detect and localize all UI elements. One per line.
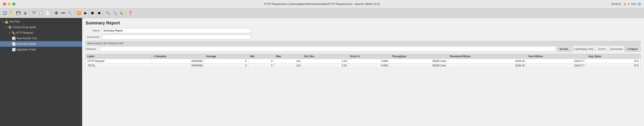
globe-icon: 🌐 [638, 3, 641, 6]
errors-checkbox-label[interactable]: Errors [595, 48, 606, 50]
name-input[interactable] [102, 28, 251, 33]
col-label: Label [86, 54, 152, 59]
results-table: Label # Samples Average Min Max Std. Dev… [86, 54, 640, 68]
chevron-down-icon: ▼ [2, 21, 4, 23]
col-samples: # Samples [152, 54, 204, 59]
start-no-pause-button[interactable]: ▶ [82, 10, 88, 16]
view-results-icon: 📊 [12, 37, 16, 40]
sidebar-item-label: Thread Group qps5k [12, 26, 36, 29]
content-area: Summary Report Name: Comments: Write res… [82, 18, 644, 126]
sidebar-item-label: Test Plan [9, 20, 20, 23]
errors-label: Errors [598, 48, 606, 50]
chevron-down-icon: ▼ [8, 32, 11, 34]
errors-checkbox[interactable] [595, 48, 598, 50]
successes-checkbox[interactable] [607, 48, 610, 50]
log-display-label: Log/Display Only: [574, 48, 594, 50]
toolbar-sep-3 [74, 11, 74, 16]
copy-button[interactable]: 📋 [38, 10, 44, 16]
name-row: Name: [86, 28, 640, 33]
remote-button[interactable]: 🐛 [119, 10, 124, 16]
table-cell: TOTAL [86, 64, 152, 68]
table-cell: 0.33 [302, 59, 349, 64]
sidebar-item-label: Summary Report [16, 42, 36, 45]
thread-count: 0/10 [631, 3, 636, 6]
table-row: TOTAL42855068001160.330.00%85285.1/sec62… [86, 64, 640, 68]
comments-row: Comments: [86, 34, 640, 40]
table-cell: 0 [248, 59, 274, 64]
sidebar-item-summary-report[interactable]: 📈 Summary Report [0, 41, 82, 47]
col-received-kb: Received KB/sec [448, 54, 526, 59]
open-button[interactable]: 📂 [8, 10, 14, 16]
thread-group-icon: ⚙️ [8, 26, 12, 29]
chevron-down-icon: ▼ [5, 26, 7, 29]
cut-button[interactable]: ✂️ [31, 10, 37, 16]
sidebar-item-label: View Results Tree [16, 37, 37, 40]
filename-row: Filename Browse... Log/Display Only: Err… [86, 46, 640, 52]
clear-button[interactable]: 🔨 [105, 10, 111, 16]
titlebar: HTTP Request.jmx (/Users/gallant/Documen… [0, 0, 644, 8]
summary-report-icon: 📈 [12, 42, 16, 46]
expand-button[interactable]: ➕ [53, 10, 59, 16]
col-average: Average [204, 54, 248, 59]
titlebar-status: 00:08:22 ⚠️ 0 0/10 🌐 [611, 3, 641, 6]
successes-checkbox-label[interactable]: Successes [607, 48, 623, 50]
table-cell: 10410.77 [526, 59, 586, 64]
saveas-button[interactable]: 🖨 [22, 10, 28, 16]
sidebar-item-label: Aggregate Graph [16, 48, 36, 51]
minimize-button[interactable] [8, 3, 11, 6]
save-button[interactable]: 💾 [15, 10, 21, 16]
main-layout: ▼ ⚠️ Test Plan ▼ ⚙️ Thread Group qps5k ▼… [0, 18, 644, 126]
write-results-label: Write results to file / Read from file [88, 42, 123, 45]
sidebar-item-aggregate-graph[interactable]: 📉 Aggregate Graph [0, 47, 82, 52]
collapse-button[interactable]: ➖ [60, 10, 66, 16]
table-cell: 10410.77 [526, 64, 586, 68]
start-button[interactable]: ▶️ [76, 10, 82, 16]
stop-button[interactable]: ⏹ [90, 10, 96, 16]
filename-input[interactable] [100, 46, 556, 52]
col-min: Min [248, 54, 274, 59]
maximize-button[interactable] [12, 3, 15, 6]
test-plan-icon: ⚠️ [5, 20, 8, 23]
page-title: Summary Report [86, 21, 640, 26]
toolbar-sep-1 [30, 11, 30, 16]
filename-label: Filename [86, 48, 98, 50]
col-stddev: Std. Dev. [302, 54, 349, 59]
help-button[interactable]: ❓ [128, 10, 133, 16]
comments-input[interactable] [102, 34, 251, 40]
sidebar-item-test-plan[interactable]: ▼ ⚠️ Test Plan [0, 19, 82, 24]
new-button[interactable]: 🆕 [2, 10, 8, 16]
table-cell: 0.00% [349, 59, 390, 64]
close-button[interactable] [3, 3, 6, 6]
col-error-pct: Error % [349, 54, 390, 59]
window-controls [3, 3, 15, 6]
paste-button[interactable]: 📄 [44, 10, 50, 16]
col-sent-kb: Sent KB/sec [526, 54, 586, 59]
table-cell: 0.33 [302, 64, 349, 68]
table-cell: 85285.1/sec [390, 59, 448, 64]
table-cell: 85285.1/sec [390, 64, 448, 68]
table-cell: 42855068 [152, 59, 204, 64]
configure-button[interactable]: Configure [624, 46, 640, 52]
sidebar-item-view-results-tree[interactable]: 📊 View Results Tree [0, 36, 82, 41]
table-cell: 75.0 [586, 64, 640, 68]
comments-label: Comments: [86, 36, 100, 39]
write-results-bar: Write results to file / Read from file [86, 41, 640, 46]
browse-button[interactable]: Browse... [557, 46, 572, 52]
table-cell: 116 [274, 59, 302, 64]
table-cell: 6246.49 [448, 64, 526, 68]
name-label: Name: [86, 29, 100, 32]
window-title: HTTP Request.jmx (/Users/gallant/Documen… [264, 2, 380, 6]
sidebar-item-thread-group[interactable]: ▼ ⚙️ Thread Group qps5k [0, 24, 82, 30]
table-cell: 75.0 [586, 59, 640, 64]
toolbar-sep-2 [52, 11, 52, 16]
shutdown-button[interactable]: ⏺ [96, 10, 102, 16]
sidebar-item-http-request[interactable]: ▼ ✏️ HTTP Request [0, 30, 82, 36]
table-cell: 0.00% [349, 64, 390, 68]
table-cell: 0 [204, 59, 248, 64]
col-max: Max [274, 54, 302, 59]
successes-label: Successes [610, 48, 623, 50]
elapsed-time: 00:08:22 [611, 3, 622, 6]
settings-button[interactable]: 🔧 [67, 10, 73, 16]
table-cell: 0 [204, 64, 248, 68]
search-button[interactable]: 🔍 [112, 10, 118, 16]
